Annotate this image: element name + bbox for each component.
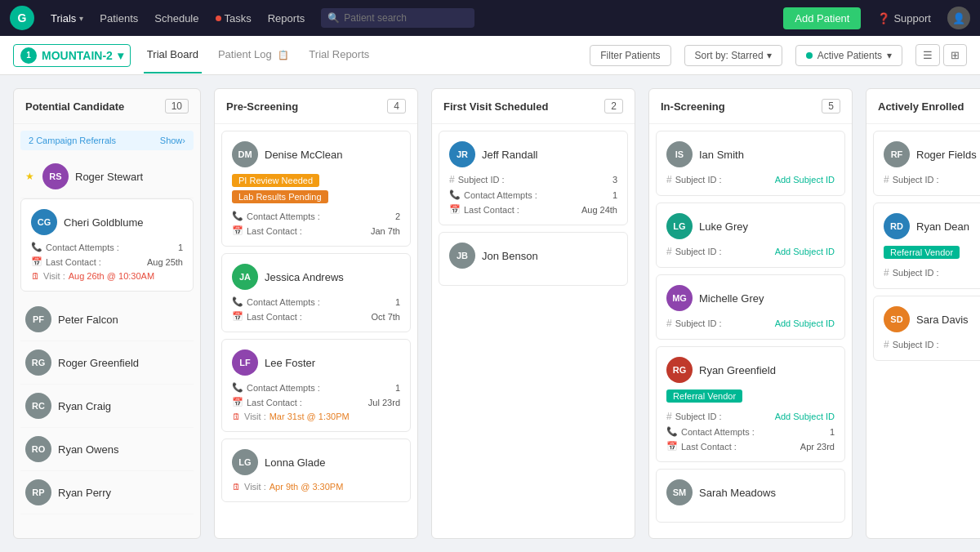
calendar-icon: 📅	[232, 397, 243, 407]
grid-view-button[interactable]: ⊞	[943, 44, 967, 66]
nav-reports[interactable]: Reports	[268, 12, 305, 24]
avatar: DM	[232, 141, 258, 167]
avatar: JA	[232, 264, 258, 290]
column-body-potential: 2 Campaign Referrals Show › ★ RS Roger S…	[14, 124, 200, 538]
hash-icon: #	[884, 267, 889, 278]
patient-card[interactable]: JR Jeff Randall # Subject ID : 3 📞 Conta…	[439, 131, 628, 225]
patient-card[interactable]: RG Ryan Greenfield Referral Vendor # Sub…	[656, 346, 845, 462]
card-row-contact: 📞 Contact Attempts : 1	[232, 382, 400, 393]
list-item[interactable]: ★ RS Roger Stewart	[20, 155, 194, 198]
calendar-icon: 📅	[232, 311, 243, 322]
patient-card[interactable]: IS Ian Smith # Subject ID : Add Subject …	[656, 131, 845, 196]
tab-trial-reports[interactable]: Trial Reports	[305, 37, 372, 73]
patient-search-wrap: 🔍	[321, 8, 484, 28]
patient-card[interactable]: RD Ryan Dean Referral Vendor # Subject I…	[873, 203, 980, 289]
patient-card[interactable]: RF Roger Fields # Subject ID : Add Subje…	[873, 131, 980, 196]
trial-dropdown-icon[interactable]: ▾	[118, 49, 123, 62]
card-row-contact: 📞 Contact Attempts : 1	[449, 189, 617, 200]
card-row-subject: # Subject ID : 333333	[884, 339, 980, 350]
badges-area: PI Review Needed Lab Results Pending	[232, 174, 400, 207]
campaign-show-button[interactable]: Show ›	[160, 136, 185, 145]
visit-icon: 🗓	[232, 412, 241, 421]
avatar: CG	[31, 209, 57, 235]
add-subject-id-link[interactable]: Add Subject ID	[775, 247, 835, 256]
avatar: RF	[884, 141, 910, 167]
patient-name: Sarah Meadows	[699, 487, 776, 499]
card-header: RD Ryan Dean	[884, 213, 980, 239]
card-header: RF Roger Fields	[884, 141, 980, 167]
calendar-icon: 📅	[31, 256, 42, 267]
card-header: SD Sara Davis	[884, 306, 980, 332]
add-subject-id-link[interactable]: Add Subject ID	[775, 412, 835, 421]
support-link[interactable]: ❓ Support	[877, 12, 931, 24]
patient-card[interactable]: MG Michelle Grey # Subject ID : Add Subj…	[656, 274, 845, 340]
patient-card[interactable]: SD Sara Davis # Subject ID : 333333	[873, 296, 980, 361]
list-item[interactable]: PF Peter Falcon	[20, 298, 194, 341]
trial-icon: 1	[20, 47, 37, 64]
patient-card[interactable]: JB Jon Benson	[439, 232, 628, 286]
column-title-enrolled: Actively Enrolled	[878, 100, 964, 113]
column-count-inscreening: 5	[822, 99, 840, 114]
card-row-last-contact: 📅 Last Contact : Jul 23rd	[232, 397, 400, 407]
nav-patients[interactable]: Patients	[100, 12, 138, 24]
trial-name-badge[interactable]: 1 MOUNTAIN-2 ▾	[13, 44, 131, 67]
patient-name: Ryan Perry	[58, 487, 111, 499]
visit-row: 🗓 Visit : Mar 31st @ 1:30PM	[232, 412, 400, 421]
nav-tasks[interactable]: Tasks	[216, 12, 252, 24]
nav-schedule[interactable]: Schedule	[154, 12, 198, 24]
filter-patients-button[interactable]: Filter Patients	[590, 45, 670, 66]
pi-review-badge: PI Review Needed	[232, 174, 319, 187]
patient-card[interactable]: JA Jessica Andrews 📞 Contact Attempts : …	[221, 253, 411, 332]
list-view-button[interactable]: ☰	[915, 44, 940, 66]
card-header: IS Ian Smith	[666, 141, 835, 167]
referral-vendor-badge: Referral Vendor	[666, 390, 742, 403]
list-item[interactable]: RG Roger Greenfield	[20, 341, 194, 385]
avatar: LG	[232, 449, 258, 475]
hash-icon: #	[666, 318, 672, 329]
card-row-contact: 📞 Contact Attempts : 1	[232, 296, 400, 307]
tab-patient-log[interactable]: Patient Log 📋	[215, 37, 292, 73]
list-item[interactable]: RC Ryan Craig	[20, 385, 194, 428]
column-header-first-visit: First Visit Scheduled 2	[432, 89, 635, 124]
card-header: MG Michelle Grey	[666, 285, 835, 311]
card-header: JB Jon Benson	[449, 243, 617, 269]
patient-card[interactable]: DM Denise McClean PI Review Needed Lab R…	[221, 131, 411, 247]
patient-card[interactable]: LG Luke Grey # Subject ID : Add Subject …	[656, 203, 845, 268]
column-body-first-visit: JR Jeff Randall # Subject ID : 3 📞 Conta…	[432, 124, 635, 538]
tab-trial-board[interactable]: Trial Board	[144, 37, 202, 73]
patient-name: Roger Fields	[916, 149, 977, 161]
avatar: MG	[666, 285, 693, 311]
campaign-referrals-text: 2 Campaign Referrals	[29, 136, 116, 145]
patient-name: Roger Greenfield	[58, 357, 139, 369]
patient-card[interactable]: LG Lonna Glade 🗓 Visit : Apr 9th @ 3:30P…	[221, 438, 411, 502]
add-patient-button[interactable]: Add Patient	[783, 7, 861, 29]
patient-card[interactable]: LF Lee Foster 📞 Contact Attempts : 1 📅 L…	[221, 339, 411, 432]
avatar: IS	[666, 141, 693, 167]
patient-search-input[interactable]	[321, 8, 474, 28]
column-header-inscreening: In-Screening 5	[649, 89, 852, 124]
patient-name: Ian Smith	[699, 149, 744, 161]
hash-icon: #	[666, 246, 672, 257]
sort-button[interactable]: Sort by: Starred ▾	[684, 45, 782, 66]
star-icon: ★	[25, 171, 34, 182]
card-header: DM Denise McClean	[232, 141, 400, 167]
calendar-icon: 📅	[666, 441, 678, 452]
nav-trials[interactable]: Trials ▾	[51, 12, 83, 24]
add-subject-id-link[interactable]: Add Subject ID	[775, 318, 835, 328]
card-row-last-contact: 📅 Last Contact : Apr 23rd	[666, 441, 835, 452]
hash-icon: #	[884, 174, 889, 185]
calendar-icon: 📅	[449, 204, 461, 215]
list-item[interactable]: RP Ryan Perry	[20, 471, 194, 514]
column-header-potential: Potential Candidate 10	[14, 89, 200, 124]
patient-log-icon: 📋	[278, 50, 289, 60]
add-subject-id-link[interactable]: Add Subject ID	[775, 175, 835, 185]
lab-results-badge: Lab Results Pending	[232, 190, 328, 203]
active-patients-filter[interactable]: Active Patients ▾	[795, 45, 902, 66]
user-avatar[interactable]: 👤	[947, 7, 970, 29]
card-row-subject: # Subject ID : Add Subject ID	[666, 246, 835, 257]
avatar: LG	[666, 213, 693, 239]
patient-card[interactable]: CG Cheri Goldblume 📞 Contact Attempts : …	[20, 198, 194, 292]
column-potential-candidate: Potential Candidate 10 2 Campaign Referr…	[13, 88, 201, 539]
list-item[interactable]: RO Ryan Owens	[20, 428, 194, 471]
patient-card[interactable]: SM Sarah Meadows	[656, 469, 845, 523]
